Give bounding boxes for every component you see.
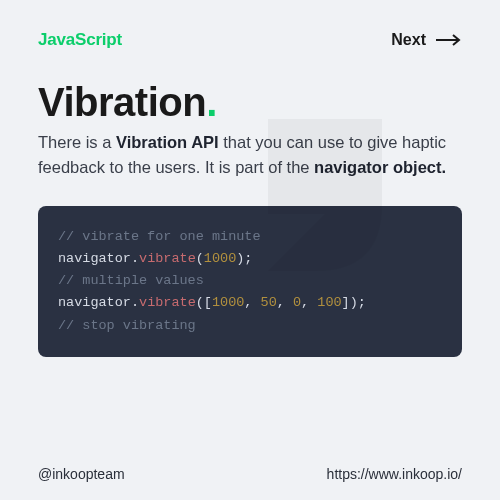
website-url: https://www.inkoop.io/	[327, 466, 462, 482]
code-obj-1: navigator	[58, 251, 131, 266]
language-badge: JavaScript	[38, 30, 122, 50]
desc-bold-api: Vibration API	[116, 133, 219, 151]
code-fn-1: vibrate	[139, 251, 196, 266]
code-comment-1: // vibrate for one minute	[58, 229, 261, 244]
code-comment-3: // stop vibrating	[58, 318, 196, 333]
footer-row: @inkoopteam https://www.inkoop.io/	[38, 466, 462, 482]
page-title: Vibration.	[38, 82, 462, 122]
desc-bold-navigator: navigator object.	[314, 158, 446, 176]
next-button[interactable]: Next	[391, 31, 462, 49]
header-row: JavaScript Next	[38, 30, 462, 50]
code-block: // vibrate for one minute navigator.vibr…	[38, 206, 462, 357]
arrow-right-icon	[436, 34, 462, 46]
next-label: Next	[391, 31, 426, 49]
tip-card: JavaScript Next Vibration. There is a Vi…	[0, 0, 500, 500]
title-text: Vibration	[38, 80, 206, 124]
code-comment-2: // multiple values	[58, 273, 204, 288]
code-num-1: 1000	[204, 251, 236, 266]
social-handle: @inkoopteam	[38, 466, 125, 482]
title-dot: .	[206, 80, 217, 124]
desc-prefix: There is a	[38, 133, 116, 151]
code-obj-2: navigator	[58, 295, 131, 310]
code-fn-2: vibrate	[139, 295, 196, 310]
description: There is a Vibration API that you can us…	[38, 130, 462, 180]
